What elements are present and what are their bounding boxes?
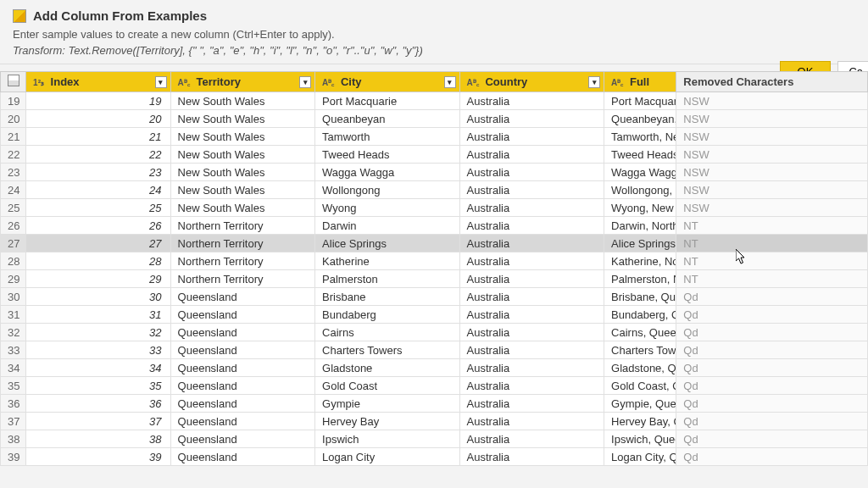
cell-country[interactable]: Australia <box>459 341 604 359</box>
table-row[interactable]: 3333QueenslandCharters TowersAustraliaCh… <box>1 341 868 359</box>
cell-removed[interactable]: NSW <box>676 128 868 146</box>
cell-index[interactable]: 26 <box>26 217 171 235</box>
cell-country[interactable]: Australia <box>459 181 604 199</box>
cell-city[interactable]: Ipswich <box>315 430 460 448</box>
cell-city[interactable]: Gympie <box>315 395 460 413</box>
cell-country[interactable]: Australia <box>459 110 604 128</box>
column-header-full[interactable]: Aᴮ꜀ Full <box>604 72 676 92</box>
cell-full[interactable]: Gympie, Quee <box>604 395 676 413</box>
cell-removed[interactable]: NSW <box>676 92 868 110</box>
cell-removed[interactable]: Qd <box>676 324 868 341</box>
cell-city[interactable]: Cairns <box>315 324 460 341</box>
cell-full[interactable]: Palmerston, N <box>604 270 676 288</box>
table-row[interactable]: 2525New South WalesWyongAustraliaWyong, … <box>1 199 868 217</box>
cell-full[interactable]: Charters Towe <box>604 341 676 359</box>
cell-index[interactable]: 22 <box>26 146 171 164</box>
cell-territory[interactable]: New South Wales <box>170 128 315 146</box>
cell-territory[interactable]: New South Wales <box>170 146 315 164</box>
cell-country[interactable]: Australia <box>459 199 604 217</box>
cell-territory[interactable]: Queensland <box>170 341 315 359</box>
cell-city[interactable]: Tamworth <box>315 128 460 146</box>
cell-country[interactable]: Australia <box>459 128 604 146</box>
cell-removed[interactable]: Qd <box>676 341 868 359</box>
cell-territory[interactable]: Queensland <box>170 413 315 430</box>
cell-full[interactable]: Katherine, Nor <box>604 252 676 270</box>
cell-city[interactable]: Darwin <box>315 217 460 235</box>
table-row[interactable]: 2121New South WalesTamworthAustraliaTamw… <box>1 128 868 146</box>
cell-country[interactable]: Australia <box>459 448 604 466</box>
cell-country[interactable]: Australia <box>459 430 604 448</box>
table-row[interactable]: 2222New South WalesTweed HeadsAustraliaT… <box>1 146 868 164</box>
cell-full[interactable]: Brisbane, Quee <box>604 288 676 306</box>
cell-territory[interactable]: Queensland <box>170 448 315 466</box>
cell-country[interactable]: Australia <box>459 413 604 430</box>
cell-full[interactable]: Wollongong, N <box>604 181 676 199</box>
table-row[interactable]: 3535QueenslandGold CoastAustraliaGold Co… <box>1 377 868 395</box>
table-row[interactable]: 3030QueenslandBrisbaneAustraliaBrisbane,… <box>1 288 868 306</box>
cell-territory[interactable]: New South Wales <box>170 199 315 217</box>
cell-full[interactable]: Wagga Wagga, <box>604 164 676 181</box>
cell-city[interactable]: Brisbane <box>315 288 460 306</box>
cell-city[interactable]: Katherine <box>315 252 460 270</box>
table-corner[interactable] <box>1 72 26 92</box>
table-row[interactable]: 3131QueenslandBundabergAustraliaBundaber… <box>1 306 868 324</box>
cell-territory[interactable]: Queensland <box>170 324 315 341</box>
cell-index[interactable]: 20 <box>26 110 171 128</box>
cell-removed[interactable]: Qd <box>676 306 868 324</box>
cell-full[interactable]: Logan City, Qu <box>604 448 676 466</box>
cell-index[interactable]: 32 <box>26 324 171 341</box>
cell-country[interactable]: Australia <box>459 395 604 413</box>
cell-country[interactable]: Australia <box>459 377 604 395</box>
table-row[interactable]: 3737QueenslandHervey BayAustraliaHervey … <box>1 413 868 430</box>
cell-index[interactable]: 24 <box>26 181 171 199</box>
filter-dropdown-icon[interactable]: ▾ <box>155 76 167 88</box>
cell-index[interactable]: 38 <box>26 430 171 448</box>
cell-territory[interactable]: New South Wales <box>170 181 315 199</box>
table-row[interactable]: 2727Northern TerritoryAlice SpringsAustr… <box>1 235 868 252</box>
cell-city[interactable]: Gladstone <box>315 359 460 377</box>
cell-full[interactable]: Tweed Heads, <box>604 146 676 164</box>
cell-full[interactable]: Gold Coast, Qu <box>604 377 676 395</box>
cell-city[interactable]: Port Macquarie <box>315 92 460 110</box>
table-row[interactable]: 2929Northern TerritoryPalmerstonAustrali… <box>1 270 868 288</box>
table-row[interactable]: 2626Northern TerritoryDarwinAustraliaDar… <box>1 217 868 235</box>
cell-country[interactable]: Australia <box>459 288 604 306</box>
cell-territory[interactable]: Queensland <box>170 377 315 395</box>
table-row[interactable]: 3939QueenslandLogan CityAustraliaLogan C… <box>1 448 868 466</box>
cell-country[interactable]: Australia <box>459 146 604 164</box>
filter-dropdown-icon[interactable]: ▾ <box>299 76 311 88</box>
cell-city[interactable]: Gold Coast <box>315 377 460 395</box>
cell-city[interactable]: Logan City <box>315 448 460 466</box>
table-row[interactable]: 3232QueenslandCairnsAustraliaCairns, Que… <box>1 324 868 341</box>
filter-dropdown-icon[interactable]: ▾ <box>444 76 456 88</box>
cell-country[interactable]: Australia <box>459 270 604 288</box>
cell-removed[interactable]: Qd <box>676 395 868 413</box>
cell-index[interactable]: 39 <box>26 448 171 466</box>
cell-city[interactable]: Tweed Heads <box>315 146 460 164</box>
cell-index[interactable]: 30 <box>26 288 171 306</box>
cell-city[interactable]: Palmerston <box>315 270 460 288</box>
table-row[interactable]: 3434QueenslandGladstoneAustraliaGladston… <box>1 359 868 377</box>
cell-removed[interactable]: Qd <box>676 288 868 306</box>
cell-territory[interactable]: Northern Territory <box>170 217 315 235</box>
cell-city[interactable]: Bundaberg <box>315 306 460 324</box>
column-header-territory[interactable]: Aᴮ꜀ Territory ▾ <box>170 72 315 92</box>
cell-removed[interactable]: NSW <box>676 110 868 128</box>
cell-territory[interactable]: Queensland <box>170 306 315 324</box>
cell-index[interactable]: 31 <box>26 306 171 324</box>
cell-full[interactable]: Alice Springs, N <box>604 235 676 252</box>
cell-full[interactable]: Cairns, Queens <box>604 324 676 341</box>
cell-territory[interactable]: Northern Territory <box>170 270 315 288</box>
column-header-city[interactable]: Aᴮ꜀ City ▾ <box>315 72 460 92</box>
cell-country[interactable]: Australia <box>459 306 604 324</box>
cell-country[interactable]: Australia <box>459 92 604 110</box>
cell-territory[interactable]: Queensland <box>170 288 315 306</box>
cell-removed[interactable]: NT <box>676 252 868 270</box>
table-row[interactable]: 2020New South WalesQueanbeyanAustraliaQu… <box>1 110 868 128</box>
cell-removed[interactable]: NSW <box>676 181 868 199</box>
column-header-index[interactable]: 1²₃ Index ▾ <box>26 72 171 92</box>
table-row[interactable]: 3838QueenslandIpswichAustraliaIpswich, Q… <box>1 430 868 448</box>
cell-city[interactable]: Alice Springs <box>315 235 460 252</box>
cell-country[interactable]: Australia <box>459 217 604 235</box>
cell-index[interactable]: 34 <box>26 359 171 377</box>
